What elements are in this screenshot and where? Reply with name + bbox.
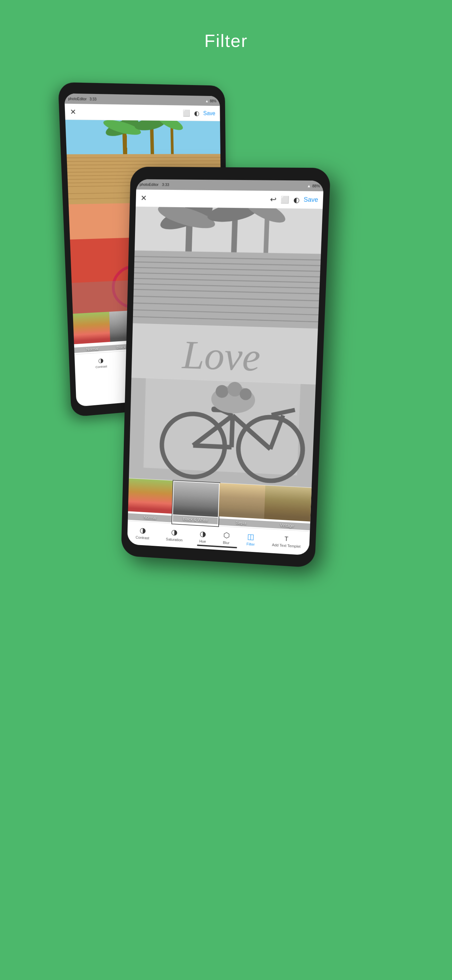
svg-line-66: [231, 415, 232, 447]
filter-normal-back[interactable]: Normal: [73, 312, 111, 354]
save-button-back[interactable]: Save: [203, 110, 215, 116]
saturation-icon-front: ◑: [171, 528, 178, 537]
contrast-tool-front[interactable]: ◑ Contrast: [135, 526, 149, 540]
time-back: 3:33: [89, 97, 97, 101]
toolbar-icons-back: ⬜ ◐ Save: [182, 109, 215, 118]
filter-bw-thumb: [173, 482, 219, 517]
close-button-back[interactable]: ✕: [70, 107, 76, 116]
saturation-label-front: Saturation: [166, 537, 182, 542]
blur-label-front: Blur: [223, 540, 230, 545]
adjust-icon-front[interactable]: ◐: [293, 195, 299, 204]
blur-tool-front[interactable]: ⬡ Blur: [223, 531, 230, 545]
wifi-icon-back: ▲: [205, 99, 208, 103]
phone-front: photoEditor 3:33 ▲ 88% ✕ ↩ ⬜ ◐ Save: [121, 167, 330, 568]
filter-normal-thumb: [128, 479, 173, 514]
toolbar-front: ✕ ↩ ⬜ ◐ Save: [136, 189, 324, 209]
saturation-tool-front[interactable]: ◑ Saturation: [166, 527, 182, 542]
text-tool-front[interactable]: T Add Text Templet: [272, 535, 301, 548]
battery-text-front: 88%: [312, 184, 320, 188]
text-icon-front: T: [284, 535, 289, 542]
main-photo-front: Love: [128, 207, 322, 488]
power-button-front[interactable]: [327, 246, 330, 270]
toolbar-back: ✕ ⬜ ◐ Save: [65, 104, 220, 121]
filter-sepia-thumb: [218, 483, 265, 519]
volume-down-button-back[interactable]: [59, 161, 62, 175]
volume-up-button-back[interactable]: [58, 141, 60, 156]
svg-line-67: [193, 445, 231, 447]
undo-icon-front[interactable]: ↩: [270, 195, 276, 204]
contrast-tool-back[interactable]: ◑ Contrast: [95, 356, 107, 369]
hue-label-front: Hue: [199, 539, 206, 543]
filter-normal-front[interactable]: Normal: [127, 479, 173, 524]
contrast-icon-front: ◑: [139, 526, 146, 535]
page-title: Filter: [0, 0, 452, 51]
save-button-front[interactable]: Save: [303, 196, 318, 204]
filter-vintage-label-front: Vintage: [263, 521, 310, 530]
hue-tool-front[interactable]: ◑ Hue: [199, 530, 206, 543]
phones-wrapper: photoEditor 3:33 ▲ 88% ✕ ⬜ ◐ Save: [56, 75, 396, 926]
crop-icon-back[interactable]: ⬜: [182, 109, 190, 117]
filter-label-tool-front: Filter: [246, 542, 255, 546]
filter-normal-label-front: Normal: [127, 513, 172, 522]
text-label-front: Add Text Templet: [272, 543, 301, 549]
time-front: 3:33: [162, 182, 170, 186]
contrast-label-front: Contrast: [135, 535, 149, 540]
close-button-front[interactable]: ✕: [140, 194, 147, 203]
app-name-text-front: photoEditor: [140, 182, 159, 187]
photo-svg-front: Love: [128, 207, 322, 488]
screen-front: photoEditor 3:33 ▲ 88% ✕ ↩ ⬜ ◐ Save: [127, 179, 324, 556]
status-icons-front: ▲ 88%: [307, 184, 320, 188]
toolbar-icons-front: ↩ ⬜ ◐ Save: [270, 195, 318, 205]
status-icons-back: ▲ 88%: [205, 99, 216, 103]
filter-normal-label-back: Normal: [74, 345, 111, 353]
filter-bw-front[interactable]: Black & White: [172, 481, 219, 527]
crop-icon-front[interactable]: ⬜: [280, 195, 289, 204]
blur-icon-front: ⬡: [223, 531, 230, 540]
power-button-back[interactable]: [225, 148, 228, 169]
app-name-back: photoEditor 3:33: [68, 97, 97, 101]
filter-sepia-label-front: Sepia: [218, 518, 263, 527]
app-name-text-back: photoEditor: [68, 97, 87, 101]
adjust-icon-back[interactable]: ◐: [194, 109, 199, 117]
filter-vintage-front[interactable]: Vintage: [263, 485, 312, 532]
contrast-label-back: Contrast: [95, 365, 107, 369]
wifi-icon-front: ▲: [307, 184, 311, 188]
filter-vintage-thumb: [264, 485, 312, 522]
battery-text-back: 88%: [209, 99, 216, 103]
app-info-front: photoEditor 3:33: [140, 182, 169, 187]
filter-tool-front[interactable]: ◫ Filter: [246, 532, 255, 546]
hue-icon-front: ◑: [199, 530, 206, 538]
filter-sepia-front[interactable]: Sepia: [218, 483, 265, 529]
filter-icon-front: ◫: [247, 532, 254, 541]
svg-text:Love: Love: [181, 332, 261, 380]
contrast-icon-back: ◑: [98, 356, 104, 364]
